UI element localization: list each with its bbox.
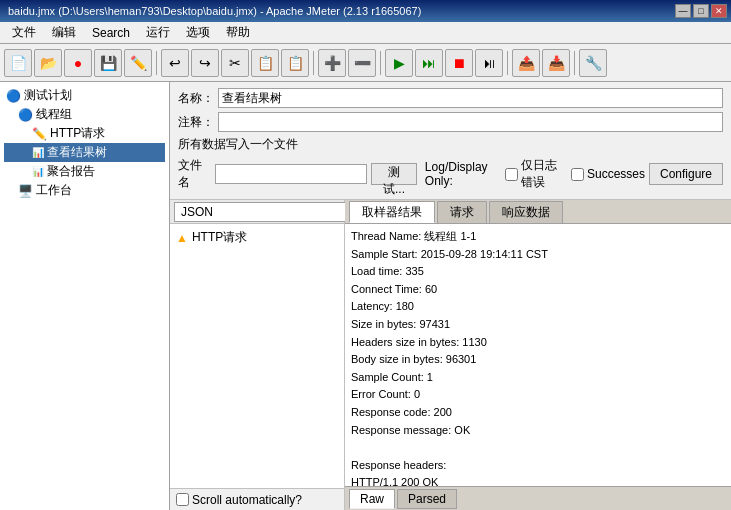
json-tree-label: HTTP请求 [192,229,247,246]
aggregate-label: 聚合报告 [47,163,95,180]
minimize-button[interactable]: — [675,4,691,18]
browse-button[interactable]: 测试... [371,163,417,185]
comment-label: 注释： [178,114,214,131]
bottom-tab-raw-label: Raw [360,492,384,506]
successes-label: Successes [587,167,645,181]
result-line: Connect Time: 60 [351,281,725,299]
result-panel: 取样器结果 请求 响应数据 Thread Name: 线程组 1-1Sample… [345,200,731,510]
redo-button[interactable]: ↪ [191,49,219,77]
tab-request[interactable]: 请求 [437,201,487,223]
shutdown-button[interactable]: ⏯ [475,49,503,77]
scroll-automatically-checkbox[interactable] [176,493,189,506]
file-input[interactable] [215,164,367,184]
thread-group-icon: 🔵 [18,108,33,122]
name-row: 名称： [178,88,723,108]
expand-button[interactable]: ➕ [318,49,346,77]
errors-checkbox[interactable] [505,168,518,181]
section-title: 所有数据写入一个文件 [178,136,723,153]
paste-button[interactable]: 📋 [281,49,309,77]
tab-sampler-result[interactable]: 取样器结果 [349,201,435,223]
undo-button[interactable]: ↩ [161,49,189,77]
log-display-label: Log/Display Only: [425,160,501,188]
test-plan-icon: 🔵 [6,89,21,103]
bottom-tab-parsed[interactable]: Parsed [397,489,457,509]
json-tree-area: ▲ HTTP请求 [170,224,344,488]
json-panel: JSON Text RegExp Tester CSS/JQuery XPath… [170,200,345,510]
title-text: baidu.jmx (D:\Users\heman793\Desktop\bai… [4,5,421,17]
test-plan-label: 测试计划 [24,87,72,104]
tabs-bar: 取样器结果 请求 响应数据 [345,200,731,224]
save-button[interactable]: 💾 [94,49,122,77]
json-tree-item-http[interactable]: ▲ HTTP请求 [174,228,340,247]
result-line: Response headers: [351,457,725,475]
help-button[interactable]: 🔧 [579,49,607,77]
collapse-button[interactable]: ➖ [348,49,376,77]
separator-2 [313,51,314,75]
edit-button[interactable]: ✏️ [124,49,152,77]
result-line: Error Count: 0 [351,386,725,404]
tree-item-aggregate[interactable]: 📊 聚合报告 [4,162,165,181]
result-line: Response code: 200 [351,404,725,422]
result-line: Sample Count: 1 [351,369,725,387]
content-panel: 名称： 注释： 所有数据写入一个文件 文件名 测试... Log/Display… [170,82,731,510]
toolbar: 📄 📂 ● 💾 ✏️ ↩ ↪ ✂ 📋 📋 ➕ ➖ ▶ ⏭ ⏹ ⏯ 📤 📥 🔧 [0,44,731,82]
result-text-area[interactable]: Thread Name: 线程组 1-1Sample Start: 2015-0… [345,224,731,486]
scroll-label: Scroll automatically? [192,493,302,507]
scroll-check-row: Scroll automatically? [170,488,344,510]
name-input[interactable] [218,88,723,108]
result-line: Headers size in bytes: 1130 [351,334,725,352]
menu-bar: 文件编辑Search运行选项帮助 [0,22,731,44]
menu-item-选项[interactable]: 选项 [178,22,218,43]
tree-item-http-request[interactable]: ✏️ HTTP请求 [4,124,165,143]
start-no-pause-button[interactable]: ⏭ [415,49,443,77]
maximize-button[interactable]: □ [693,4,709,18]
name-label: 名称： [178,90,214,107]
close-button[interactable]: ✕ [711,4,727,18]
copy-button[interactable]: 📋 [251,49,279,77]
remote-start-button[interactable]: 📤 [512,49,540,77]
configure-button[interactable]: Configure [649,163,723,185]
errors-checkbox-label: 仅日志错误 [505,157,567,191]
bottom-tab-raw[interactable]: Raw [349,489,395,509]
comment-row: 注释： [178,112,723,132]
result-line [351,439,725,457]
http-request-icon: ✏️ [32,127,47,141]
new-button[interactable]: 📄 [4,49,32,77]
separator-3 [380,51,381,75]
window-controls[interactable]: — □ ✕ [675,4,727,18]
successes-checkbox[interactable] [571,168,584,181]
tab-response-data[interactable]: 响应数据 [489,201,563,223]
cut-button[interactable]: ✂ [221,49,249,77]
remote-stop-button[interactable]: 📥 [542,49,570,77]
menu-item-文件[interactable]: 文件 [4,22,44,43]
file-row: 文件名 测试... Log/Display Only: 仅日志错误 Succes… [178,157,723,191]
separator-4 [507,51,508,75]
errors-label: 仅日志错误 [521,157,567,191]
tree-item-test-plan[interactable]: 🔵 测试计划 [4,86,165,105]
bottom-tabs: Raw Parsed [345,486,731,510]
successes-checkbox-label: Successes [571,167,645,181]
tree-item-thread-group[interactable]: 🔵 线程组 [4,105,165,124]
menu-item-运行[interactable]: 运行 [138,22,178,43]
json-tree-icon: ▲ [176,231,188,245]
main-container: 🔵 测试计划 🔵 线程组 ✏️ HTTP请求 📊 查看结果树 📊 聚合报告 🖥️… [0,82,731,510]
tree-item-view-results[interactable]: 📊 查看结果树 [4,143,165,162]
json-dropdown[interactable]: JSON Text RegExp Tester CSS/JQuery XPath… [174,202,359,222]
stop-test-button[interactable]: ⏹ [445,49,473,77]
comment-input[interactable] [218,112,723,132]
result-line: Size in bytes: 97431 [351,316,725,334]
result-line: Thread Name: 线程组 1-1 [351,228,725,246]
workbench-icon: 🖥️ [18,184,33,198]
menu-item-编辑[interactable]: 编辑 [44,22,84,43]
stop-button[interactable]: ● [64,49,92,77]
form-area: 名称： 注释： 所有数据写入一个文件 文件名 测试... Log/Display… [170,82,731,200]
open-button[interactable]: 📂 [34,49,62,77]
start-button[interactable]: ▶ [385,49,413,77]
result-line: HTTP/1.1 200 OK [351,474,725,486]
menu-item-帮助[interactable]: 帮助 [218,22,258,43]
title-bar: baidu.jmx (D:\Users\heman793\Desktop\bai… [0,0,731,22]
menu-item-Search[interactable]: Search [84,24,138,42]
bottom-tab-parsed-label: Parsed [408,492,446,506]
tree-item-workbench[interactable]: 🖥️ 工作台 [4,181,165,200]
result-line: Load time: 335 [351,263,725,281]
